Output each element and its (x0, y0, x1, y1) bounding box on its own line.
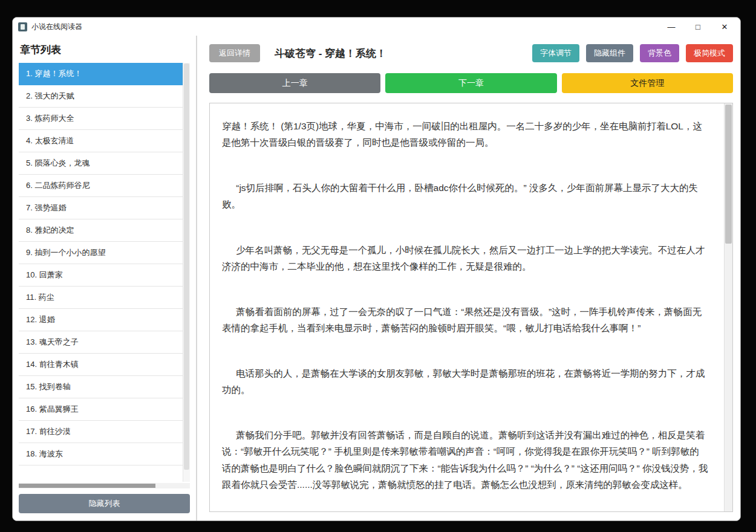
font-adjust-button[interactable]: 字体调节 (532, 44, 579, 62)
chapter-list-title: 章节列表 (20, 43, 190, 57)
content-vertical-scrollbar[interactable] (724, 103, 732, 511)
chapter-item[interactable]: 14. 前往青木镇 (19, 354, 183, 376)
prev-chapter-button[interactable]: 上一章 (209, 73, 380, 93)
chapter-item[interactable]: 13. 魂天帝之子 (19, 331, 183, 354)
titlebar: 小说在线阅读器 — □ ✕ (13, 18, 740, 36)
paragraph: 萧畅看着面前的屏幕，过了一会无奈的叹了一口气道：“果然还是没有晋级。”这时，一阵… (222, 303, 708, 336)
reader-main: 返回详情 斗破苍穹 - 穿越！系统！ 字体调节 隐藏组件 背景色 极简模式 上一… (197, 36, 740, 521)
paragraph: 穿越！系统！ (第1/3页)地球，华夏，中海市，一间破旧的出租屋内。一名二十多岁… (222, 118, 708, 151)
file-manager-button[interactable]: 文件管理 (562, 73, 733, 93)
hide-list-button[interactable]: 隐藏列表 (19, 494, 190, 513)
chapter-item[interactable]: 12. 退婚 (19, 309, 183, 331)
chapter-item[interactable]: 8. 雅妃的决定 (19, 219, 183, 242)
chapter-item[interactable]: 4. 太极玄清道 (19, 130, 183, 152)
book-chapter-title: 斗破苍穹 - 穿越！系统！ (275, 47, 386, 60)
chapter-item[interactable]: 11. 药尘 (19, 287, 183, 309)
back-to-details-button[interactable]: 返回详情 (209, 44, 260, 62)
app-window: 小说在线阅读器 — □ ✕ 章节列表 1. 穿越！系统！2. 强大的天赋3. 炼… (12, 17, 741, 521)
paragraph: 电话那头的人，是萧畅在大学谈的女朋友郭敏，郭敏大学时是萧畅那班的班花，在萧畅将近… (222, 365, 708, 398)
chapter-item[interactable]: 6. 二品炼药师谷尼 (19, 175, 183, 197)
chapter-item[interactable]: 2. 强大的天赋 (19, 85, 183, 108)
paragraph: 萧畅我们分手吧。郭敏并没有回答萧畅话，而是自顾自的说道。萧畅听到这话并没有漏出难… (222, 427, 708, 493)
chapter-sidebar: 章节列表 1. 穿越！系统！2. 强大的天赋3. 炼药师大全4. 太极玄清道5.… (13, 36, 197, 521)
reader-text: 穿越！系统！ (第1/3页)地球，华夏，中海市，一间破旧的出租屋内。一名二十多岁… (210, 103, 724, 511)
chapter-list-horizontal-scrollbar-thumb[interactable] (19, 484, 155, 488)
chapter-item[interactable]: 1. 穿越！系统！ (19, 63, 183, 85)
content-vertical-scrollbar-thumb[interactable] (725, 105, 732, 244)
top-toolbar: 返回详情 斗破苍穹 - 穿越！系统！ 字体调节 隐藏组件 背景色 极简模式 (209, 44, 733, 62)
minimize-button[interactable]: — (658, 18, 685, 35)
app-icon (18, 22, 27, 31)
close-button[interactable]: ✕ (711, 18, 738, 35)
chapter-item[interactable]: 9. 抽到一个小小的愿望 (19, 242, 183, 264)
chapter-item[interactable]: 15. 找到卷轴 (19, 376, 183, 398)
next-chapter-button[interactable]: 下一章 (385, 73, 556, 93)
maximize-button[interactable]: □ (685, 18, 711, 35)
chapter-list-wrap: 1. 穿越！系统！2. 强大的天赋3. 炼药师大全4. 太极玄清道5. 陨落心炎… (19, 63, 190, 482)
chapter-item[interactable]: 7. 强势逼婚 (19, 197, 183, 219)
minimal-mode-button[interactable]: 极简模式 (686, 44, 733, 62)
background-color-button[interactable]: 背景色 (640, 44, 679, 62)
window-body: 章节列表 1. 穿越！系统！2. 强大的天赋3. 炼药师大全4. 太极玄清道5.… (13, 36, 740, 521)
hide-widgets-button[interactable]: 隐藏组件 (586, 44, 633, 62)
chapter-item[interactable]: 17. 前往沙漠 (19, 421, 183, 443)
chapter-list-vertical-scrollbar-thumb[interactable] (184, 63, 189, 470)
paragraph: “js切后排啊，石头人你的大留着干什么用，卧槽adc你什么时候死的。” 没多久，… (222, 180, 708, 212)
window-title: 小说在线阅读器 (31, 22, 82, 32)
chapter-list: 1. 穿越！系统！2. 强大的天赋3. 炼药师大全4. 太极玄清道5. 陨落心炎… (19, 63, 183, 482)
chapter-nav: 上一章 下一章 文件管理 (209, 73, 733, 93)
reader-content-box: 穿越！系统！ (第1/3页)地球，华夏，中海市，一间破旧的出租屋内。一名二十多岁… (209, 103, 733, 512)
chapter-list-horizontal-scrollbar[interactable] (19, 483, 190, 488)
chapter-item[interactable]: 18. 海波东 (19, 443, 183, 465)
chapter-item[interactable]: 10. 回萧家 (19, 264, 183, 287)
chapter-item[interactable]: 16. 紫晶翼狮王 (19, 398, 183, 421)
chapter-list-vertical-scrollbar[interactable] (183, 63, 190, 482)
chapter-item[interactable]: 5. 陨落心炎，龙魂 (19, 152, 183, 175)
chapter-item[interactable]: 3. 炼药师大全 (19, 108, 183, 130)
paragraph: 少年名叫萧畅，无父无母是一个孤儿，小时候在孤儿院长大，然后又一边打工一边上学的把… (222, 242, 708, 274)
